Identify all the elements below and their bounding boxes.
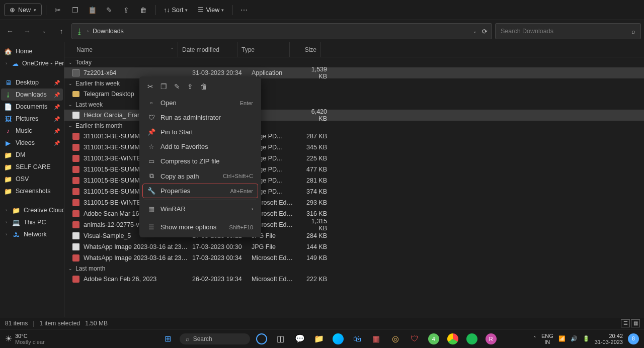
file-row[interactable]: Adobe Scan Feb 26, 202326-02-2023 19:34M… xyxy=(64,274,644,285)
clock[interactable]: 20:4231-03-2023 xyxy=(595,333,623,345)
search-box[interactable]: ⌕ xyxy=(495,23,641,39)
ctx-fav[interactable]: ☆Add to Favorites xyxy=(142,139,258,154)
chevron-down-icon: ⌄ xyxy=(68,102,72,107)
file-row[interactable]: WhatsApp Image 2023-03-16 at 23.48.0217-… xyxy=(64,252,644,264)
paste-icon[interactable]: 📋 xyxy=(85,3,100,17)
copy-icon[interactable]: ❐ xyxy=(67,3,83,17)
explorer-icon[interactable]: 📁 xyxy=(311,331,327,346)
separator xyxy=(46,5,46,15)
sort-button[interactable]: ↑↓ Sort ▾ xyxy=(159,5,192,16)
col-name[interactable]: Name˄ xyxy=(72,42,178,57)
pdf-icon xyxy=(72,276,79,283)
sidebar-item-videos[interactable]: ▶Videos📌 xyxy=(1,137,63,149)
search-input[interactable] xyxy=(501,28,631,35)
edge-icon[interactable] xyxy=(331,331,346,346)
chrome-icon[interactable] xyxy=(445,331,460,346)
cut-icon[interactable]: ✂ xyxy=(147,82,153,91)
volume-icon[interactable]: 🔊 xyxy=(571,335,578,342)
sidebar-item-dm[interactable]: 📁DM xyxy=(1,149,63,161)
pin-icon: 📌 xyxy=(54,116,60,122)
ctx-runas[interactable]: 🛡Run as administrator xyxy=(142,110,258,125)
file-type: Microsoft Edge PD... xyxy=(248,276,300,283)
ctx-open[interactable]: ▫OpenEnter xyxy=(142,96,258,110)
chat-icon[interactable]: 💬 xyxy=(292,331,307,346)
view-button[interactable]: ☰ View ▾ xyxy=(194,4,228,16)
copy-icon[interactable]: ❐ xyxy=(160,82,167,91)
grid-view-icon[interactable]: ▦ xyxy=(631,319,640,327)
sidebar-item-thispc[interactable]: ›💻This PC xyxy=(1,216,63,228)
folder-icon: 📁 xyxy=(4,151,12,159)
file-date: 17-03-2023 00:30 xyxy=(188,243,248,250)
sidebar-item-downloads[interactable]: ⭳Downloads📌 xyxy=(1,89,63,101)
taskbar-search[interactable]: ⌕Search xyxy=(180,333,250,344)
language-indicator[interactable]: ENGIN xyxy=(541,333,553,345)
new-button[interactable]: ⊕ New ▾ xyxy=(4,4,42,16)
file-name: Adobe Scan Feb 26, 2023 xyxy=(83,276,188,283)
sidebar-item-network[interactable]: ›🖧Network xyxy=(1,228,63,240)
pc-icon: 💻 xyxy=(12,218,20,226)
sidebar-item-onedrive[interactable]: ›☁OneDrive - Persona xyxy=(1,57,63,69)
breadcrumb[interactable]: Downloads xyxy=(93,28,124,35)
file-icon xyxy=(72,232,79,239)
notification-badge[interactable]: 8 xyxy=(628,333,639,344)
app-icon-shield[interactable]: 🛡 xyxy=(407,331,422,346)
weather-widget[interactable]: ☀ 30°CMostly clear xyxy=(5,333,45,345)
app-icon-yellow[interactable]: ◎ xyxy=(388,331,403,346)
wifi-icon[interactable]: 📶 xyxy=(558,335,566,342)
forward-button[interactable]: → xyxy=(20,24,34,38)
pdf-icon xyxy=(72,210,79,217)
refresh-icon[interactable]: ⟳ xyxy=(482,28,488,35)
ctx-more[interactable]: ☰Show more optionsShift+F10 xyxy=(142,220,258,234)
app-icon-green[interactable]: 4 xyxy=(426,331,441,346)
cortana-icon[interactable] xyxy=(254,331,269,346)
more-icon[interactable]: ⋯ xyxy=(236,3,252,17)
sidebar-item-documents[interactable]: 📄Documents📌 xyxy=(1,101,63,113)
sidebar-item-osv[interactable]: 📁OSV xyxy=(1,173,63,185)
col-size[interactable]: Size xyxy=(290,42,321,57)
ctx-pin[interactable]: 📌Pin to Start xyxy=(142,125,258,139)
sidebar-item-ccf[interactable]: ›📁Creative Cloud Files xyxy=(1,204,63,216)
search-icon[interactable]: ⌕ xyxy=(631,28,635,35)
sidebar-item-screenshots[interactable]: 📁Screenshots xyxy=(1,185,63,197)
taskview-icon[interactable]: ◫ xyxy=(273,331,288,346)
delete-icon[interactable]: 🗑 xyxy=(200,82,207,91)
ctx-winrar[interactable]: ▦WinRAR› xyxy=(142,202,258,216)
sidebar-item-home[interactable]: 🏠Home xyxy=(1,45,63,57)
delete-icon[interactable]: 🗑 xyxy=(136,3,151,17)
recent-button[interactable]: ⌄ xyxy=(37,24,51,38)
rename-icon[interactable]: ✎ xyxy=(102,3,117,17)
address-bar[interactable]: ⭳ › Downloads ⌄ ⟳ xyxy=(71,23,492,39)
ctx-properties[interactable]: 🔧PropertiesAlt+Enter xyxy=(142,184,258,198)
share-icon[interactable]: ⇪ xyxy=(119,3,134,17)
back-button[interactable]: ← xyxy=(3,24,17,38)
spotify-icon[interactable] xyxy=(464,331,479,346)
start-button[interactable]: ⊞ xyxy=(160,331,176,346)
share-icon[interactable]: ⇪ xyxy=(187,82,193,91)
chevron-down-icon: ▾ xyxy=(221,8,224,13)
details-view-icon[interactable]: ☰ xyxy=(621,319,630,327)
ctx-copypath[interactable]: ⧉Copy as pathCtrl+Shift+C xyxy=(142,168,258,184)
sidebar-item-desktop[interactable]: 🖥Desktop📌 xyxy=(1,76,63,89)
toolbar: ⊕ New ▾ ✂ ❐ 📋 ✎ ⇪ 🗑 ↑↓ Sort ▾ ☰ View ▾ ⋯ xyxy=(0,0,644,20)
store-icon[interactable]: 🛍 xyxy=(350,331,365,346)
chevron-up-icon[interactable]: ˄ xyxy=(533,335,536,342)
music-icon: ♪ xyxy=(4,127,12,135)
sidebar-item-pictures[interactable]: 🖼Pictures📌 xyxy=(1,113,63,125)
ctx-zip[interactable]: ▭Compress to ZIP file xyxy=(142,154,258,168)
up-button[interactable]: ↑ xyxy=(54,24,68,38)
cut-icon[interactable]: ✂ xyxy=(50,3,65,17)
app-icon-purple[interactable]: R xyxy=(484,331,499,346)
folder-icon: 📁 xyxy=(12,206,20,214)
group-header[interactable]: ⌄Last month xyxy=(64,264,644,274)
sidebar-item-selfcare[interactable]: 📁SELF CARE xyxy=(1,161,63,173)
rename-icon[interactable]: ✎ xyxy=(174,82,180,91)
app-icon-red[interactable]: ▦ xyxy=(369,331,384,346)
chevron-down-icon[interactable]: ⌄ xyxy=(473,29,477,34)
search-icon: ⌕ xyxy=(186,335,189,342)
group-header[interactable]: ⌄Today xyxy=(64,57,644,67)
file-row[interactable]: WhatsApp Image 2023-03-16 at 23.48.0217-… xyxy=(64,241,644,252)
col-type[interactable]: Type xyxy=(237,42,290,57)
sidebar-item-music[interactable]: ♪Music📌 xyxy=(1,125,63,137)
col-date[interactable]: Date modified xyxy=(178,42,237,57)
battery-icon[interactable]: 🔋 xyxy=(583,335,590,342)
